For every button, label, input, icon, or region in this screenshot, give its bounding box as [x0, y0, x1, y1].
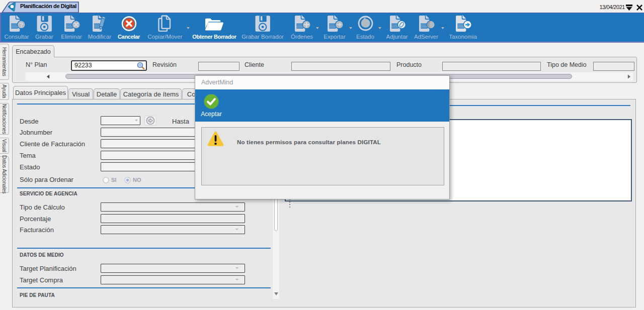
- svg-text:?: ?: [19, 21, 23, 29]
